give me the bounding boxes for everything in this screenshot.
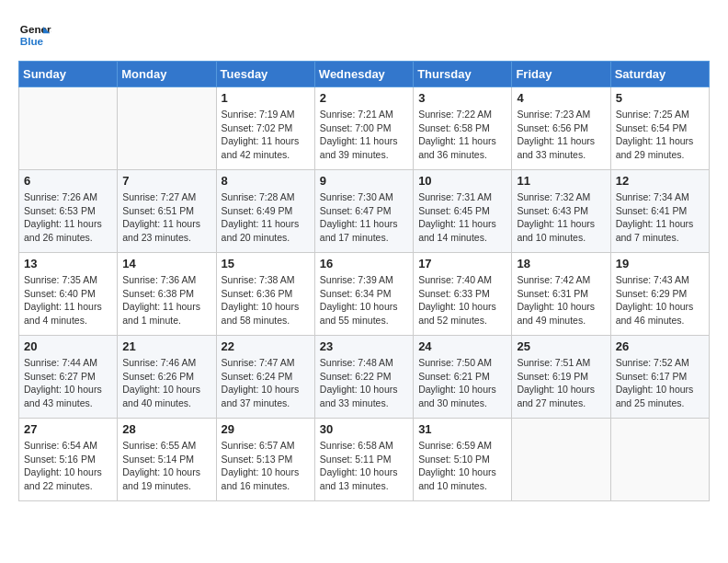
calendar-cell: 10Sunrise: 7:31 AM Sunset: 6:45 PM Dayli… [414,170,512,253]
day-info: Sunrise: 6:59 AM Sunset: 5:10 PM Dayligh… [418,439,506,493]
calendar-cell: 13Sunrise: 7:35 AM Sunset: 6:40 PM Dayli… [19,253,118,336]
col-header-wednesday: Wednesday [314,62,413,87]
calendar-cell [118,87,216,170]
day-info: Sunrise: 7:42 AM Sunset: 6:31 PM Dayligh… [517,273,605,327]
day-number: 20 [24,339,112,353]
day-number: 5 [616,91,704,105]
day-number: 11 [517,174,605,188]
calendar-cell [512,419,610,501]
day-number: 22 [222,339,310,353]
calendar-cell: 17Sunrise: 7:40 AM Sunset: 6:33 PM Dayli… [414,253,512,336]
day-info: Sunrise: 6:57 AM Sunset: 5:13 PM Dayligh… [222,439,310,493]
calendar-cell: 1Sunrise: 7:19 AM Sunset: 7:02 PM Daylig… [216,87,314,170]
day-number: 1 [222,91,310,105]
col-header-friday: Friday [512,62,610,87]
calendar-cell: 12Sunrise: 7:34 AM Sunset: 6:41 PM Dayli… [610,170,709,253]
calendar-cell: 4Sunrise: 7:23 AM Sunset: 6:56 PM Daylig… [512,87,610,170]
day-info: Sunrise: 7:46 AM Sunset: 6:26 PM Dayligh… [122,356,210,410]
day-info: Sunrise: 6:54 AM Sunset: 5:16 PM Dayligh… [24,439,112,493]
day-number: 17 [418,257,506,270]
day-number: 14 [122,257,210,270]
col-header-thursday: Thursday [414,62,512,87]
calendar-cell: 31Sunrise: 6:59 AM Sunset: 5:10 PM Dayli… [414,419,512,501]
day-number: 25 [517,339,605,353]
day-number: 26 [616,339,704,353]
day-info: Sunrise: 6:58 AM Sunset: 5:11 PM Dayligh… [320,439,408,493]
calendar-week-5: 27Sunrise: 6:54 AM Sunset: 5:16 PM Dayli… [19,419,710,501]
logo-icon: General Blue [18,18,51,52]
calendar-cell: 9Sunrise: 7:30 AM Sunset: 6:47 PM Daylig… [314,170,413,253]
day-number: 27 [24,422,112,436]
day-info: Sunrise: 7:43 AM Sunset: 6:29 PM Dayligh… [616,273,704,327]
calendar-cell: 2Sunrise: 7:21 AM Sunset: 7:00 PM Daylig… [314,87,413,170]
day-info: Sunrise: 7:31 AM Sunset: 6:45 PM Dayligh… [418,190,506,245]
day-number: 19 [616,257,704,270]
day-number: 13 [24,257,112,270]
calendar-cell: 21Sunrise: 7:46 AM Sunset: 6:26 PM Dayli… [118,336,216,419]
day-number: 16 [320,257,408,270]
calendar-cell: 15Sunrise: 7:38 AM Sunset: 6:36 PM Dayli… [216,253,314,336]
calendar-cell: 23Sunrise: 7:48 AM Sunset: 6:22 PM Dayli… [314,336,413,419]
day-info: Sunrise: 7:39 AM Sunset: 6:34 PM Dayligh… [320,273,408,327]
calendar-cell: 27Sunrise: 6:54 AM Sunset: 5:16 PM Dayli… [19,419,118,501]
day-info: Sunrise: 7:28 AM Sunset: 6:49 PM Dayligh… [222,190,310,245]
day-number: 10 [418,174,506,188]
day-info: Sunrise: 7:47 AM Sunset: 6:24 PM Dayligh… [222,356,310,410]
day-info: Sunrise: 7:38 AM Sunset: 6:36 PM Dayligh… [222,273,310,327]
logo: General Blue [18,18,51,52]
day-info: Sunrise: 7:30 AM Sunset: 6:47 PM Dayligh… [320,190,408,245]
day-info: Sunrise: 7:52 AM Sunset: 6:17 PM Dayligh… [616,356,704,410]
svg-text:General: General [20,23,51,35]
day-info: Sunrise: 7:25 AM Sunset: 6:54 PM Dayligh… [616,108,704,162]
calendar-cell: 25Sunrise: 7:51 AM Sunset: 6:19 PM Dayli… [512,336,610,419]
page-header: General Blue [18,18,710,52]
calendar-cell [610,419,709,501]
calendar-cell: 11Sunrise: 7:32 AM Sunset: 6:43 PM Dayli… [512,170,610,253]
calendar-cell: 22Sunrise: 7:47 AM Sunset: 6:24 PM Dayli… [216,336,314,419]
day-info: Sunrise: 7:34 AM Sunset: 6:41 PM Dayligh… [616,190,704,245]
calendar-cell: 19Sunrise: 7:43 AM Sunset: 6:29 PM Dayli… [610,253,709,336]
day-number: 2 [320,91,408,105]
calendar-table: SundayMondayTuesdayWednesdayThursdayFrid… [18,61,710,501]
calendar-cell: 7Sunrise: 7:27 AM Sunset: 6:51 PM Daylig… [118,170,216,253]
col-header-saturday: Saturday [610,62,709,87]
calendar-cell: 16Sunrise: 7:39 AM Sunset: 6:34 PM Dayli… [314,253,413,336]
calendar-cell: 6Sunrise: 7:26 AM Sunset: 6:53 PM Daylig… [19,170,118,253]
day-info: Sunrise: 7:48 AM Sunset: 6:22 PM Dayligh… [320,356,408,410]
calendar-week-4: 20Sunrise: 7:44 AM Sunset: 6:27 PM Dayli… [19,336,710,419]
day-info: Sunrise: 7:32 AM Sunset: 6:43 PM Dayligh… [517,190,605,245]
calendar-cell: 5Sunrise: 7:25 AM Sunset: 6:54 PM Daylig… [610,87,709,170]
day-info: Sunrise: 7:44 AM Sunset: 6:27 PM Dayligh… [24,356,112,410]
svg-text:Blue: Blue [20,35,44,47]
day-info: Sunrise: 7:35 AM Sunset: 6:40 PM Dayligh… [24,273,112,327]
day-number: 21 [122,339,210,353]
day-info: Sunrise: 7:27 AM Sunset: 6:51 PM Dayligh… [122,190,210,245]
day-info: Sunrise: 7:21 AM Sunset: 7:00 PM Dayligh… [320,108,408,162]
day-number: 31 [418,422,506,436]
day-number: 15 [222,257,310,270]
calendar-cell: 24Sunrise: 7:50 AM Sunset: 6:21 PM Dayli… [414,336,512,419]
day-number: 12 [616,174,704,188]
day-info: Sunrise: 7:50 AM Sunset: 6:21 PM Dayligh… [418,356,506,410]
day-number: 9 [320,174,408,188]
day-info: Sunrise: 7:19 AM Sunset: 7:02 PM Dayligh… [222,108,310,162]
calendar-cell: 28Sunrise: 6:55 AM Sunset: 5:14 PM Dayli… [118,419,216,501]
day-number: 29 [222,422,310,436]
col-header-monday: Monday [118,62,216,87]
calendar-cell: 8Sunrise: 7:28 AM Sunset: 6:49 PM Daylig… [216,170,314,253]
calendar-cell [19,87,118,170]
day-info: Sunrise: 7:23 AM Sunset: 6:56 PM Dayligh… [517,108,605,162]
calendar-cell: 20Sunrise: 7:44 AM Sunset: 6:27 PM Dayli… [19,336,118,419]
day-number: 3 [418,91,506,105]
col-header-sunday: Sunday [19,62,118,87]
day-number: 8 [222,174,310,188]
calendar-week-2: 6Sunrise: 7:26 AM Sunset: 6:53 PM Daylig… [19,170,710,253]
calendar-cell: 29Sunrise: 6:57 AM Sunset: 5:13 PM Dayli… [216,419,314,501]
day-number: 23 [320,339,408,353]
calendar-week-3: 13Sunrise: 7:35 AM Sunset: 6:40 PM Dayli… [19,253,710,336]
calendar-cell: 14Sunrise: 7:36 AM Sunset: 6:38 PM Dayli… [118,253,216,336]
calendar-cell: 18Sunrise: 7:42 AM Sunset: 6:31 PM Dayli… [512,253,610,336]
day-number: 24 [418,339,506,353]
calendar-cell: 26Sunrise: 7:52 AM Sunset: 6:17 PM Dayli… [610,336,709,419]
day-info: Sunrise: 7:26 AM Sunset: 6:53 PM Dayligh… [24,190,112,245]
